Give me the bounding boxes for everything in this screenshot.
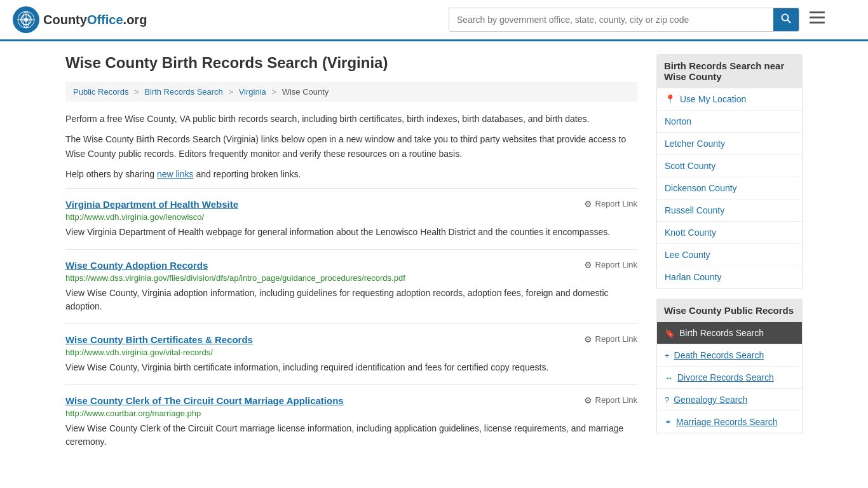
search-box bbox=[449, 8, 799, 32]
report-link-btn[interactable]: ⚙ Report Link bbox=[584, 260, 637, 270]
sidebar-item-label: Death Records Search bbox=[674, 350, 764, 360]
nearby-label: Knott County bbox=[665, 227, 716, 238]
result-item: Wise County Adoption Records ⚙ Report Li… bbox=[65, 249, 637, 323]
menu-button[interactable] bbox=[804, 9, 830, 30]
nearby-label: Norton bbox=[665, 116, 691, 126]
breadcrumb-public-records[interactable]: Public Records bbox=[73, 87, 128, 97]
bookmark-icon: 🔖 bbox=[665, 329, 675, 338]
public-records-list: 🔖 Birth Records Search + Death Records S… bbox=[656, 322, 803, 433]
breadcrumb-virginia[interactable]: Virginia bbox=[239, 87, 266, 97]
result-desc: View Wise County, Virginia birth certifi… bbox=[65, 361, 637, 374]
nearby-label: Lee County bbox=[665, 250, 710, 260]
result-item: Wise County Birth Certificates & Records… bbox=[65, 323, 637, 384]
svg-rect-10 bbox=[810, 22, 825, 24]
report-label: Report Link bbox=[595, 199, 637, 208]
svg-point-6 bbox=[782, 15, 789, 21]
sidebar: Birth Records Search near Wise County 📍 … bbox=[656, 54, 803, 459]
report-link-btn[interactable]: ⚙ Report Link bbox=[584, 334, 637, 344]
arrows-icon: ↔ bbox=[665, 373, 673, 383]
nearby-list: 📍 Use My Location Norton Letcher County … bbox=[656, 88, 803, 288]
svg-point-5 bbox=[24, 18, 28, 22]
report-label: Report Link bbox=[595, 395, 637, 405]
result-item: Virginia Department of Health Website ⚙ … bbox=[65, 188, 637, 249]
svg-line-7 bbox=[788, 20, 791, 24]
sidebar-item-birth-records[interactable]: 🔖 Birth Records Search bbox=[657, 322, 802, 344]
sidebar-item-divorce-records[interactable]: ↔ Divorce Records Search bbox=[657, 367, 802, 389]
nearby-section-title: Birth Records Search near Wise County bbox=[656, 54, 803, 88]
nearby-item-russell[interactable]: Russell County bbox=[657, 200, 802, 222]
nearby-label: Russell County bbox=[665, 205, 724, 215]
sidebar-item-genealogy[interactable]: ? Genealogy Search bbox=[657, 389, 802, 411]
result-item: Wise County Clerk of The Circuit Court M… bbox=[65, 384, 637, 459]
report-link-btn[interactable]: ⚙ Report Link bbox=[584, 199, 637, 209]
breadcrumb-current: Wise County bbox=[282, 87, 329, 97]
result-url[interactable]: http://www.courtbar.org/marriage.php bbox=[65, 409, 637, 418]
report-icon: ⚙ bbox=[584, 260, 592, 270]
svg-rect-8 bbox=[810, 11, 825, 13]
sidebar-item-label: Divorce Records Search bbox=[677, 372, 774, 383]
report-link-btn[interactable]: ⚙ Report Link bbox=[584, 395, 637, 405]
result-title[interactable]: Virginia Department of Health Website bbox=[65, 199, 238, 210]
new-links-link[interactable]: new links bbox=[157, 169, 194, 179]
breadcrumb-sep-2: > bbox=[228, 87, 233, 97]
use-my-location-label: Use My Location bbox=[680, 94, 746, 104]
marriage-icon: ⚭ bbox=[665, 417, 672, 427]
sidebar-item-label: Birth Records Search bbox=[679, 328, 764, 338]
description-3: Help others by sharing new links and rep… bbox=[65, 167, 637, 181]
result-url[interactable]: https://www.dss.virginia.gov/files/divis… bbox=[65, 273, 637, 283]
content-area: Wise County Birth Records Search (Virgin… bbox=[65, 54, 637, 459]
plus-icon: + bbox=[665, 351, 670, 360]
result-desc: View Wise County, Virginia adoption info… bbox=[65, 287, 637, 313]
logo-area[interactable]: CountyOffice.org bbox=[13, 6, 147, 33]
sidebar-item-marriage-records[interactable]: ⚭ Marriage Records Search bbox=[657, 411, 802, 433]
search-area bbox=[449, 8, 830, 32]
nearby-item-scott[interactable]: Scott County bbox=[657, 155, 802, 177]
search-input[interactable] bbox=[449, 8, 773, 31]
report-icon: ⚙ bbox=[584, 199, 592, 209]
nearby-item-dickenson[interactable]: Dickenson County bbox=[657, 177, 802, 200]
result-url[interactable]: http://www.vdh.virginia.gov/lenowisco/ bbox=[65, 212, 637, 222]
result-title[interactable]: Wise County Birth Certificates & Records bbox=[65, 334, 253, 345]
report-icon: ⚙ bbox=[584, 395, 592, 405]
report-label: Report Link bbox=[595, 260, 637, 269]
breadcrumb: Public Records > Birth Records Search > … bbox=[65, 82, 637, 102]
question-icon: ? bbox=[665, 395, 669, 405]
result-title[interactable]: Wise County Adoption Records bbox=[65, 260, 208, 271]
description-2: The Wise County Birth Records Search (Vi… bbox=[65, 132, 637, 161]
nearby-item-letcher[interactable]: Letcher County bbox=[657, 133, 802, 155]
sidebar-item-label: Genealogy Search bbox=[674, 395, 747, 405]
result-desc: View Wise County Clerk of the Circuit Co… bbox=[65, 422, 637, 449]
nearby-label: Scott County bbox=[665, 161, 715, 171]
search-button[interactable] bbox=[773, 8, 799, 31]
location-pin-icon: 📍 bbox=[665, 94, 675, 104]
logo-icon bbox=[13, 6, 39, 33]
logo-text: CountyOffice.org bbox=[43, 13, 147, 27]
nearby-item-lee[interactable]: Lee County bbox=[657, 244, 802, 266]
result-url[interactable]: http://www.vdh.virginia.gov/vital-record… bbox=[65, 348, 637, 357]
nearby-label: Dickenson County bbox=[665, 183, 737, 193]
description-1: Perform a free Wise County, VA public bi… bbox=[65, 112, 637, 126]
sidebar-item-death-records[interactable]: + Death Records Search bbox=[657, 344, 802, 367]
public-records-section-title: Wise County Public Records bbox=[656, 299, 803, 322]
breadcrumb-birth-records[interactable]: Birth Records Search bbox=[144, 87, 223, 97]
report-label: Report Link bbox=[595, 334, 637, 344]
nearby-item-norton[interactable]: Norton bbox=[657, 111, 802, 133]
use-my-location-item[interactable]: 📍 Use My Location bbox=[657, 88, 802, 111]
nearby-label: Letcher County bbox=[665, 139, 725, 149]
page-title: Wise County Birth Records Search (Virgin… bbox=[65, 54, 637, 72]
breadcrumb-sep-3: > bbox=[271, 87, 276, 97]
breadcrumb-sep-1: > bbox=[134, 87, 139, 97]
sidebar-item-label: Marriage Records Search bbox=[676, 417, 778, 427]
svg-rect-9 bbox=[810, 17, 825, 18]
report-icon: ⚙ bbox=[584, 334, 592, 344]
result-desc: View Virginia Department of Health webpa… bbox=[65, 226, 637, 239]
nearby-item-harlan[interactable]: Harlan County bbox=[657, 266, 802, 288]
result-title[interactable]: Wise County Clerk of The Circuit Court M… bbox=[65, 395, 344, 406]
nearby-item-knott[interactable]: Knott County bbox=[657, 222, 802, 244]
nearby-label: Harlan County bbox=[665, 272, 722, 282]
